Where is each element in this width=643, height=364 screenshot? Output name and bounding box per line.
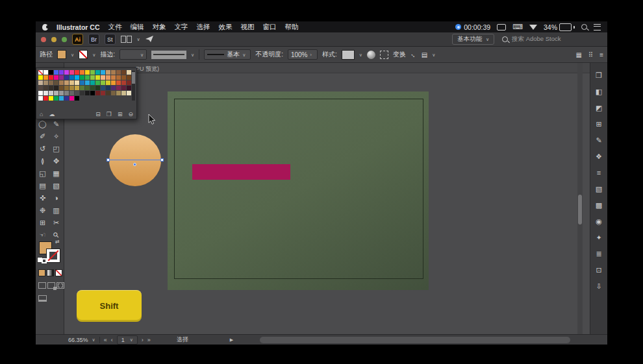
swap-fill-stroke-icon[interactable]: ⇄ [55, 239, 60, 245]
color-button[interactable] [38, 269, 45, 276]
swatch[interactable] [101, 70, 105, 75]
swatch[interactable] [44, 86, 48, 90]
display-icon[interactable] [497, 24, 506, 30]
left-handle[interactable] [107, 158, 110, 162]
swatch[interactable] [54, 96, 58, 101]
transparency-panel-icon[interactable]: ▩ [596, 202, 602, 209]
swatch[interactable] [64, 70, 69, 75]
swatch[interactable] [44, 75, 48, 80]
artboards-panel-icon[interactable]: ⊡ [596, 267, 601, 274]
menubar-menu-5[interactable]: 选择 [197, 23, 210, 32]
screen-record-timer[interactable]: 00:00:39 [455, 23, 490, 31]
gradient-tool[interactable]: ▧ [49, 180, 63, 192]
artboard[interactable] [168, 91, 429, 290]
mesh-tool[interactable]: ▤ [36, 180, 49, 192]
swatch[interactable] [59, 70, 64, 75]
swatch[interactable] [121, 70, 126, 75]
swatch-libraries-icon[interactable]: ⌂ [40, 112, 43, 117]
chevron-down-icon[interactable]: ∨ [92, 53, 95, 57]
swatch[interactable] [127, 70, 131, 75]
swatch[interactable] [127, 80, 131, 85]
swatch[interactable] [80, 75, 84, 80]
swatch[interactable] [116, 80, 121, 85]
swatch[interactable] [49, 75, 53, 80]
stroke-weight-combo[interactable]: ∨ [120, 49, 147, 60]
play-icon[interactable]: ▶ [230, 337, 233, 343]
spotlight-search-icon[interactable] [581, 24, 587, 30]
swatch[interactable] [49, 91, 53, 95]
first-artboard-icon[interactable]: « [104, 337, 107, 343]
swatch[interactable] [85, 91, 90, 95]
zoom-window-button[interactable] [62, 37, 67, 42]
swatch[interactable] [44, 96, 48, 101]
swatch[interactable] [95, 75, 100, 80]
app-menu-title[interactable]: Illustrator CC [57, 23, 100, 31]
chevron-down-icon[interactable]: ∨ [71, 53, 74, 57]
menubar-menu-9[interactable]: 帮助 [285, 23, 299, 32]
artboard-navigation-combo[interactable]: 1 ∨ [117, 335, 138, 345]
draw-normal-mode-button[interactable] [38, 282, 46, 289]
swatch[interactable] [38, 91, 43, 95]
color-themes-icon[interactable]: ☁ [49, 112, 55, 117]
swatch[interactable] [90, 80, 95, 85]
swatch[interactable] [85, 70, 90, 75]
swatch[interactable] [111, 80, 116, 85]
blend-tool[interactable]: ◑ [49, 192, 63, 204]
vertical-scrollbar-thumb[interactable] [578, 195, 582, 224]
horizontal-scrollbar-thumb[interactable] [260, 337, 570, 343]
swatch[interactable] [111, 70, 116, 75]
draw-behind-mode-button[interactable] [47, 282, 55, 289]
shape-builder-tool[interactable]: ◱ [36, 167, 49, 180]
new-swatch-icon[interactable]: ⊞ [118, 112, 123, 117]
panel-menu-icon[interactable]: ≡ [599, 51, 603, 58]
swatch[interactable] [75, 70, 79, 75]
swatch[interactable] [75, 75, 79, 80]
dots-grid-icon[interactable]: ⠿ [588, 51, 593, 58]
swatch[interactable] [38, 86, 43, 90]
swatch[interactable] [127, 91, 131, 95]
swatch[interactable] [121, 91, 126, 95]
swatch[interactable] [101, 86, 105, 90]
swatch[interactable] [54, 86, 58, 90]
magenta-rectangle[interactable] [192, 164, 290, 180]
ellipse-tool[interactable]: ◯ [36, 118, 49, 130]
stroke-color-indicator[interactable] [47, 249, 60, 262]
swatch[interactable] [121, 75, 126, 80]
swatch[interactable] [59, 91, 64, 95]
dashed-square-icon[interactable] [380, 51, 388, 59]
appearance-panel-icon[interactable]: ◉ [596, 218, 602, 225]
swatch[interactable] [59, 80, 64, 85]
swatch[interactable] [59, 96, 64, 101]
swatch[interactable] [111, 86, 116, 90]
swatch[interactable] [54, 70, 58, 75]
swatch[interactable] [64, 80, 69, 85]
diagonal-arrows-icon[interactable]: ↔ [409, 50, 418, 60]
swatches-panel-icon[interactable]: ⊞ [596, 121, 601, 128]
swatch[interactable] [64, 86, 69, 90]
center-point[interactable] [133, 163, 136, 166]
swatch[interactable] [80, 80, 84, 85]
menubar-menu-1[interactable]: 文件 [108, 23, 122, 32]
libraries-panel-icon[interactable]: ❒ [596, 72, 602, 79]
swatch[interactable] [54, 80, 58, 85]
swatch[interactable] [95, 80, 100, 85]
swatch[interactable] [85, 86, 90, 90]
swatch[interactable] [106, 75, 110, 80]
swatch[interactable] [95, 91, 100, 95]
swatch[interactable] [101, 75, 105, 80]
battery-indicator[interactable]: 34% [544, 23, 575, 31]
swatch[interactable] [54, 75, 58, 80]
zoom-level[interactable]: 66.35% [68, 337, 88, 343]
width-profile-combo[interactable] [151, 51, 186, 59]
next-artboard-icon[interactable]: › [142, 337, 144, 343]
swatch[interactable] [64, 75, 69, 80]
chevron-down-icon[interactable]: ∨ [137, 37, 140, 42]
scale-tool[interactable]: ◰ [49, 143, 63, 155]
gradient-button[interactable] [47, 269, 54, 276]
menubar-menu-3[interactable]: 对象 [153, 23, 166, 32]
swatch[interactable] [85, 80, 90, 85]
swatch[interactable] [59, 86, 64, 90]
apple-menu-icon[interactable] [42, 24, 48, 30]
swatch-options-icon[interactable]: ❐ [107, 112, 112, 117]
swatch[interactable] [116, 91, 121, 95]
